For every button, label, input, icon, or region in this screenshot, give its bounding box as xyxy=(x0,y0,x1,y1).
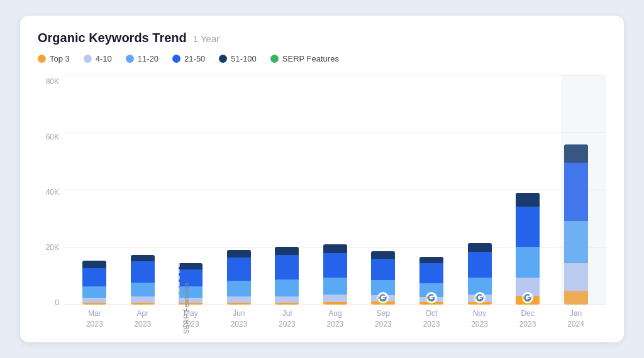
bar-segment xyxy=(179,263,203,269)
x-axis-label: Jun2023 xyxy=(226,308,252,330)
bar-group xyxy=(275,247,299,305)
bar-segment xyxy=(82,298,106,303)
bar-segment xyxy=(275,279,299,296)
bar-segment xyxy=(323,253,347,278)
bar-group xyxy=(371,251,395,305)
bar-segment xyxy=(227,258,251,281)
bar-group: SERP Features xyxy=(179,263,203,305)
bar-segment xyxy=(275,247,299,255)
bar-segment xyxy=(516,247,540,278)
bar-stack xyxy=(131,255,155,305)
bar-segment xyxy=(131,303,155,305)
legend-dot xyxy=(84,55,92,63)
bar-group xyxy=(516,193,540,305)
bar-segment xyxy=(131,283,155,296)
chart-inner: SERP Features Mar2023Apr2023May202 xyxy=(64,75,606,330)
x-axis-label: Oct2023 xyxy=(419,308,444,330)
bar-stack xyxy=(468,243,492,305)
y-axis-label: 20K xyxy=(38,243,64,252)
legend-dot xyxy=(219,55,227,63)
bar-segment xyxy=(371,259,395,280)
legend-label: Top 3 xyxy=(50,54,70,63)
bars-row: SERP Features xyxy=(64,75,606,305)
bar-stack xyxy=(275,247,299,305)
bar-stack xyxy=(82,261,106,305)
bar-segment xyxy=(82,261,106,268)
chart-legend: Top 34-1011-2021-5051-100SERP Features xyxy=(38,54,606,63)
bar-segment xyxy=(275,255,299,279)
x-axis-label: Nov2023 xyxy=(467,308,492,330)
chart-header: Organic Keywords Trend 1 Year xyxy=(38,31,606,45)
legend-label: SERP Features xyxy=(282,54,339,63)
legend-dot xyxy=(270,55,279,63)
bar-group xyxy=(323,244,347,305)
bar-segment xyxy=(468,243,492,252)
chart-subtitle: 1 Year xyxy=(193,33,220,44)
legend-dot xyxy=(172,55,180,63)
x-axis-label: Apr2023 xyxy=(130,308,155,330)
y-axis-label: 40K xyxy=(38,188,64,197)
bar-segment xyxy=(323,278,347,295)
bar-segment xyxy=(227,303,251,305)
google-icon xyxy=(474,292,486,306)
bar-group xyxy=(419,257,443,305)
y-axis-label: 0 xyxy=(38,298,64,307)
legend-item-51-100: 51-100 xyxy=(219,54,256,63)
chart-card: Organic Keywords Trend 1 Year Top 34-101… xyxy=(20,16,624,342)
x-axis-label: Dec2023 xyxy=(515,308,540,330)
legend-item-top-3: Top 3 xyxy=(38,54,70,63)
bar-segment xyxy=(82,303,106,305)
y-axis: 020K40K60K80K xyxy=(38,75,64,330)
legend-item-11-20: 11-20 xyxy=(126,54,158,63)
legend-label: 4-10 xyxy=(96,54,112,63)
chart-area: 020K40K60K80K SERP Features xyxy=(38,75,606,330)
bar-segment xyxy=(275,296,299,303)
x-axis-label: Jul2023 xyxy=(274,308,299,330)
bar-segment xyxy=(131,261,155,283)
x-axis-label: Mar2023 xyxy=(82,308,107,330)
serp-features-label: SERP Features xyxy=(182,282,190,334)
chart-title: Organic Keywords Trend xyxy=(38,31,187,45)
bar-segment xyxy=(371,251,395,259)
bar-group xyxy=(82,261,106,305)
google-icon xyxy=(522,292,533,306)
bar-segment xyxy=(419,263,443,283)
bar-segment xyxy=(227,281,251,296)
google-icon xyxy=(426,292,437,306)
legend-item-serp-features: SERP Features xyxy=(270,54,339,63)
bar-segment xyxy=(323,302,347,305)
y-axis-label: 60K xyxy=(38,133,64,141)
bar-stack xyxy=(371,251,395,305)
bar-segment xyxy=(227,250,251,258)
serp-features-dashed-line: SERP Features xyxy=(179,263,180,305)
x-axis: Mar2023Apr2023May2023Jun2023Jul2023Aug20… xyxy=(64,305,606,330)
bar-segment xyxy=(275,303,299,305)
bar-stack xyxy=(419,257,443,305)
grid-bars: SERP Features xyxy=(64,75,606,305)
bar-segment xyxy=(82,286,106,298)
bar-stack xyxy=(516,193,540,305)
bar-segment xyxy=(323,244,347,253)
bar-segment xyxy=(419,257,443,263)
google-icon xyxy=(377,292,389,306)
x-axis-label: Sep2023 xyxy=(370,308,396,330)
bar-segment xyxy=(516,207,540,247)
legend-label: 21-50 xyxy=(184,54,205,63)
x-axis-label: Aug2023 xyxy=(323,308,348,330)
bar-group xyxy=(131,255,155,305)
bar-segment xyxy=(468,252,492,278)
x-axis-label: Jan2024 xyxy=(564,308,589,330)
bar-segment xyxy=(323,295,347,302)
legend-label: 11-20 xyxy=(138,54,158,63)
bar-stack xyxy=(227,250,251,305)
bar-segment xyxy=(82,268,106,286)
legend-dot xyxy=(38,55,46,63)
bar-group xyxy=(227,250,251,305)
jan-highlight xyxy=(561,75,606,305)
bar-segment xyxy=(131,296,155,303)
bar-stack xyxy=(323,244,347,305)
legend-label: 51-100 xyxy=(231,54,256,63)
y-axis-label: 80K xyxy=(38,77,64,86)
bar-segment xyxy=(516,193,540,207)
legend-dot xyxy=(126,55,134,63)
